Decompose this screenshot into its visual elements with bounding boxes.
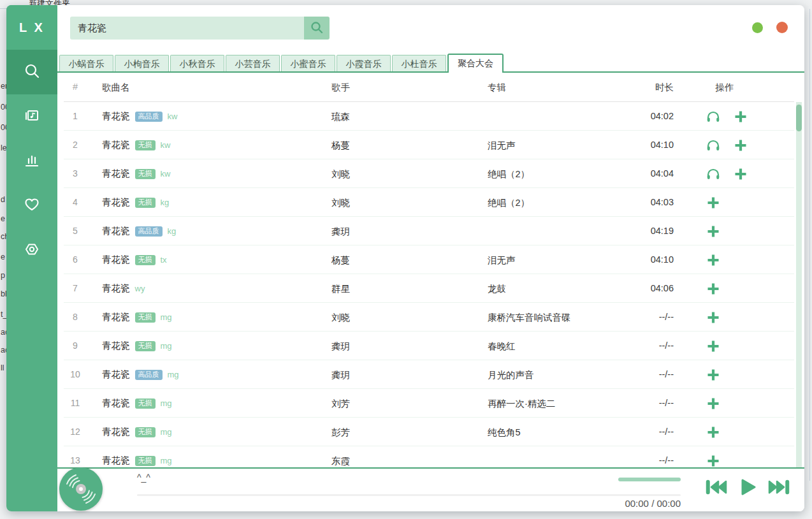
song-title: 青花瓷 [102,282,130,295]
tab-music-source[interactable]: 小霞音乐 [337,55,391,73]
music-list-icon [23,106,41,127]
volume-slider[interactable] [618,478,681,481]
header-album: 专辑 [488,82,506,94]
add-to-list-button[interactable] [705,424,721,441]
search-button[interactable] [304,17,330,40]
song-title-cell: 青花瓷无损mg [102,389,172,418]
row-number: 13 [65,455,85,465]
listen-button[interactable] [705,137,721,154]
source-tag: mg [161,398,172,408]
album-cell: 春晚红 [488,340,516,353]
add-to-list-button[interactable] [732,166,749,182]
row-actions [705,131,749,159]
tab-music-source[interactable]: 聚合大会 [447,54,504,73]
plus-icon [707,426,720,439]
tab-music-source[interactable]: 小芸音乐 [226,55,280,73]
disc-hub [76,484,86,494]
add-to-list-button[interactable] [705,309,721,326]
add-to-list-button[interactable] [705,453,721,468]
artist-cell: 龚玥 [331,226,350,238]
add-to-list-button[interactable] [732,137,749,154]
table-row[interactable]: 10青花瓷高品质mg龚玥月光的声音--/-- [64,360,794,389]
table-row[interactable]: 11青花瓷无损mg刘芳再醉一次·精选二--/-- [64,389,794,418]
scrollbar-track[interactable] [796,102,802,467]
sidebar-item-leaderboard[interactable] [6,139,57,184]
add-to-list-button[interactable] [705,338,721,355]
row-number: 3 [65,168,85,179]
header-actions: 操作 [715,82,734,94]
bar-chart-icon [23,151,41,172]
quality-badge: 高品质 [135,370,163,380]
tab-music-source[interactable]: 小枸音乐 [115,55,169,73]
next-track-button[interactable] [767,478,790,498]
row-actions [705,303,721,332]
table-row[interactable]: 1青花瓷高品质kw琉森04:02 [64,102,794,131]
sidebar-item-settings[interactable] [6,228,57,273]
play-button[interactable] [738,478,757,499]
minimize-button[interactable] [752,22,763,33]
table-row[interactable]: 4青花瓷无损kg刘晓绝唱（2）04:03 [64,188,794,217]
duration-cell: 04:03 [631,197,674,207]
add-to-list-button[interactable] [705,194,721,211]
add-to-list-button[interactable] [705,223,721,240]
next-icon [767,478,790,498]
song-title: 青花瓷 [102,311,130,323]
add-to-list-button[interactable] [705,281,721,297]
table-row[interactable]: 9青花瓷无损mg龚玥春晚红--/-- [64,332,794,360]
sidebar-item-search[interactable] [6,50,57,94]
tab-music-source[interactable]: 小杜音乐 [392,55,446,73]
main-pane: 小蜗音乐小枸音乐小秋音乐小芸音乐小蜜音乐小霞音乐小杜音乐聚合大会 # 歌曲名 歌… [57,5,804,511]
headphones-icon [706,166,721,182]
magnifier-icon [310,20,324,36]
sidebar-item-love[interactable] [6,184,57,228]
header-duration: 时长 [631,82,674,94]
previous-track-button[interactable] [705,478,728,498]
close-button[interactable] [776,22,788,33]
listen-button[interactable] [705,108,721,125]
row-number: 2 [65,140,85,150]
heart-icon [23,196,41,216]
table-row[interactable]: 12青花瓷无损mg彭芳纯色角5--/-- [64,418,794,446]
tab-music-source[interactable]: 小蜗音乐 [59,55,113,73]
artist-cell: 东霞 [331,455,350,467]
table-row[interactable]: 3青花瓷无损kw刘晓绝唱（2）04:04 [64,159,794,188]
listen-button[interactable] [705,166,721,182]
quality-badge: 无损 [135,255,156,265]
song-title-cell: 青花瓷无损mg [102,418,172,446]
progress-bar[interactable] [137,494,681,496]
sidebar-item-my-list[interactable] [6,94,57,139]
add-to-list-button[interactable] [705,367,721,383]
duration-cell: --/-- [631,455,674,465]
duration-cell: 04:04 [631,168,674,179]
song-title: 青花瓷 [102,168,130,180]
add-to-list-button[interactable] [705,252,721,268]
table-row[interactable]: 5青花瓷高品质kg龚玥04:19 [64,217,794,245]
duration-cell: --/-- [631,369,674,379]
source-tag: mg [161,456,172,465]
scrollbar-thumb[interactable] [796,105,802,131]
quality-badge: 无损 [135,398,156,409]
duration-cell: --/-- [631,340,674,351]
add-to-list-button[interactable] [705,395,721,412]
tab-music-source[interactable]: 小蜜音乐 [281,55,335,73]
search-input[interactable] [70,17,304,40]
plus-icon [734,139,747,152]
table-row[interactable]: 2青花瓷无损kw杨蔓泪无声04:10 [64,131,794,159]
source-tag: kw [161,169,171,179]
row-number: 7 [65,283,85,293]
add-to-list-button[interactable] [732,108,749,125]
album-cell: 龙鼓 [488,283,506,295]
tab-music-source[interactable]: 小秋音乐 [170,55,224,73]
album-disc[interactable] [59,467,103,511]
quality-badge: 高品质 [135,226,163,237]
table-row[interactable]: 6青花瓷无损tx杨蔓泪无声04:10 [64,245,794,274]
table-row[interactable]: 13青花瓷无损mg东霞--/-- [64,446,794,467]
desktop-text-fragment: ll [1,363,4,372]
table-row[interactable]: 7青花瓷wy群星龙鼓04:06 [64,274,794,303]
artist-cell: 刘晓 [331,168,350,180]
plus-icon [707,311,720,324]
album-cell: 泪无声 [488,254,516,267]
row-actions [705,245,721,274]
row-number: 12 [65,427,85,437]
table-row[interactable]: 8青花瓷无损mg刘晓康桥汽车音响试音碟--/-- [64,303,794,332]
